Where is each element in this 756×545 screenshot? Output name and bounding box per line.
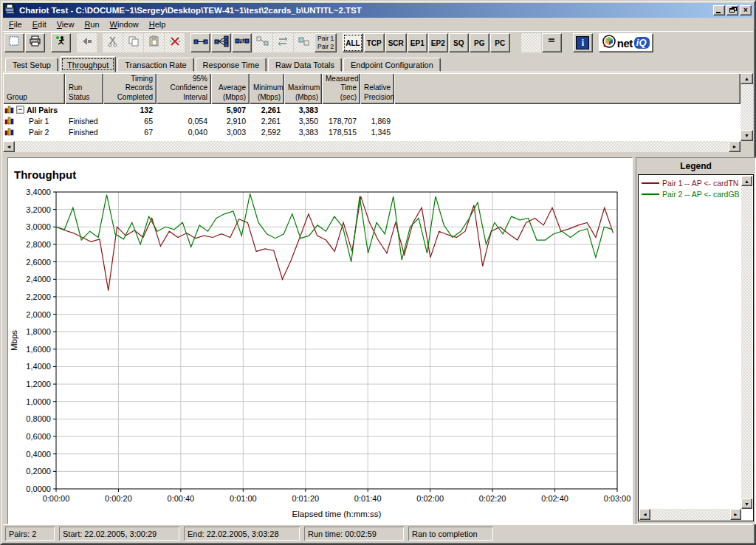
column-header-minimum[interactable]: Minimum(Mbps) (250, 73, 284, 104)
edit-pair-icon (235, 35, 250, 50)
minimize-button[interactable] (713, 5, 725, 16)
filter-ep2-button[interactable]: EP2 (428, 33, 448, 52)
filter-sq-button[interactable]: SQ (449, 33, 469, 52)
svg-text:1,4000: 1,4000 (26, 362, 51, 371)
scroll-down-icon[interactable]: ▼ (741, 498, 752, 509)
tab-throughput[interactable]: Throughput (60, 56, 116, 72)
column-header-maximum[interactable]: Maximum(Mbps) (284, 73, 322, 104)
svg-text:0:01:20: 0:01:20 (292, 494, 319, 503)
throughput-chart: 0,00000,20000,40000,60000,80001,00001,20… (8, 158, 632, 524)
print-button[interactable] (25, 33, 45, 52)
chart-view-button[interactable] (521, 33, 541, 52)
scroll-up-icon[interactable]: ▲ (741, 176, 752, 186)
column-header-run-status[interactable]: Run Status (65, 73, 103, 104)
scissors-icon (106, 35, 120, 50)
new-test-button[interactable] (4, 33, 24, 52)
scroll-left-icon[interactable]: ◄ (3, 141, 15, 152)
column-header-group[interactable]: Group (3, 73, 65, 104)
column-header-timing-records[interactable]: Timing RecordsCompleted (103, 73, 157, 104)
pair-link-icon (193, 35, 208, 50)
throughput-chart-panel: 0,00000,20000,40000,60000,80001,00001,20… (7, 157, 633, 524)
menu-window[interactable]: Window (105, 18, 144, 30)
column-header-measured-time[interactable]: MeasuredTime (sec) (322, 73, 360, 104)
add-pair-button[interactable] (190, 33, 210, 52)
paste-button[interactable] (144, 33, 164, 52)
scroll-left-icon[interactable]: ◄ (639, 509, 650, 520)
table-row-all-pairs[interactable]: −All Pairs 132 5,907 2,261 3,383 (3, 104, 740, 115)
menu-run[interactable]: Run (79, 18, 104, 30)
multicast-tree-icon (214, 35, 229, 50)
close-button[interactable]: × (740, 5, 752, 16)
filter-pg-button[interactable]: PG (470, 33, 489, 52)
column-header-relative-precision[interactable]: RelativePrecision (360, 73, 394, 104)
chart-bars-icon (4, 127, 14, 137)
tab-transaction-rate[interactable]: Transaction Rate (117, 58, 193, 72)
copy-button[interactable] (123, 33, 143, 52)
scroll-right-icon[interactable]: ► (729, 141, 740, 152)
legend-item-pair-1[interactable]: Pair 1 -- AP <- cardTN (642, 177, 740, 188)
svg-text:2,8000: 2,8000 (26, 240, 51, 249)
swap-endpoints-button[interactable] (273, 33, 293, 52)
svg-text:0:00:20: 0:00:20 (105, 494, 132, 503)
filter-pc-button[interactable]: PC (490, 33, 510, 52)
status-end-time: End: 22.02.2005, 3:03:28 (184, 527, 300, 541)
svg-text:0,2000: 0,2000 (26, 467, 51, 476)
status-pairs: Pairs: 2 (5, 527, 55, 541)
table-row-pair-1[interactable]: Pair 1 Finished 65 0,054 2,910 2,261 3,3… (3, 115, 740, 126)
tab-endpoint-configuration[interactable]: Endpoint Configuration (343, 58, 441, 72)
svg-text:Elapsed time (h:mm:ss): Elapsed time (h:mm:ss) (292, 510, 382, 518)
scroll-up-icon[interactable]: ▲ (740, 73, 753, 84)
menu-file[interactable]: File (4, 18, 27, 30)
svg-text:2,6000: 2,6000 (26, 258, 51, 267)
legend-line-sample (642, 182, 659, 184)
filter-tcp-button[interactable]: TCP (364, 33, 385, 52)
delete-button[interactable] (165, 33, 185, 52)
netiq-cube-icon (602, 35, 616, 51)
edit-pair-button[interactable] (232, 33, 252, 52)
netiq-logo[interactable]: net iQ (599, 33, 653, 52)
legend-horizontal-scrollbar[interactable]: ◄ ► (639, 509, 741, 520)
rewind-button[interactable] (77, 33, 97, 52)
svg-text:Throughput: Throughput (14, 168, 76, 181)
list-view-button[interactable] (542, 33, 562, 52)
status-completion: Ran to completion (408, 527, 493, 541)
pair-list-button[interactable]: Pair 1 Pair 2 (315, 33, 337, 52)
menu-edit[interactable]: Edit (27, 18, 52, 30)
brand-iq-text: iQ (634, 37, 650, 49)
add-multicast-group-button[interactable] (211, 33, 231, 52)
svg-text:0:00:00: 0:00:00 (43, 494, 70, 503)
status-bar: Pairs: 2 Start: 22.02.2005, 3:00:29 End:… (3, 524, 753, 542)
cut-button[interactable] (103, 33, 123, 52)
tab-test-setup[interactable]: Test Setup (5, 58, 58, 72)
scroll-right-icon[interactable]: ► (730, 509, 741, 520)
results-panel: Group Run Status Timing RecordsCompleted… (3, 72, 753, 152)
replicate-icon (255, 35, 270, 50)
svg-text:0,4000: 0,4000 (26, 450, 51, 459)
group-pairs-button[interactable] (294, 33, 314, 52)
tab-raw-data-totals[interactable]: Raw Data Totals (268, 58, 342, 72)
column-header-confidence[interactable]: 95% ConfidenceInterval (157, 73, 211, 104)
run-test-button[interactable] (51, 33, 71, 52)
restore-button[interactable] (726, 5, 738, 16)
replicate-pair-button[interactable] (252, 33, 272, 52)
collapse-toggle[interactable]: − (16, 106, 24, 114)
legend-vertical-scrollbar[interactable]: ▲ ▼ (741, 176, 752, 509)
menu-help[interactable]: Help (144, 18, 171, 30)
svg-text:3,0000: 3,0000 (26, 222, 51, 231)
filter-scr-button[interactable]: SCR (385, 33, 407, 52)
scroll-down-icon[interactable]: ▼ (740, 130, 753, 141)
info-button[interactable]: i (573, 33, 593, 52)
filter-ep1-button[interactable]: EP1 (408, 33, 427, 52)
results-grid: Group Run Status Timing RecordsCompleted… (3, 73, 740, 141)
table-vertical-scrollbar[interactable]: ▲ ▼ (740, 73, 753, 141)
table-horizontal-scrollbar[interactable]: ◄ ► (3, 141, 740, 152)
column-header-average[interactable]: Average(Mbps) (211, 73, 250, 104)
legend-item-pair-2[interactable]: Pair 2 -- AP <- cardGB (642, 188, 740, 199)
new-document-icon (8, 35, 21, 50)
tab-response-time[interactable]: Response Time (196, 58, 267, 72)
status-start-time: Start: 22.02.2005, 3:00:29 (59, 527, 179, 541)
legend-box: Pair 1 -- AP <- cardTN Pair 2 -- AP <- c… (638, 174, 754, 521)
filter-all-button[interactable]: ALL (343, 33, 362, 52)
table-row-pair-2[interactable]: Pair 2 Finished 67 0,040 3,003 2,592 3,3… (3, 126, 740, 137)
menu-view[interactable]: View (52, 18, 80, 30)
